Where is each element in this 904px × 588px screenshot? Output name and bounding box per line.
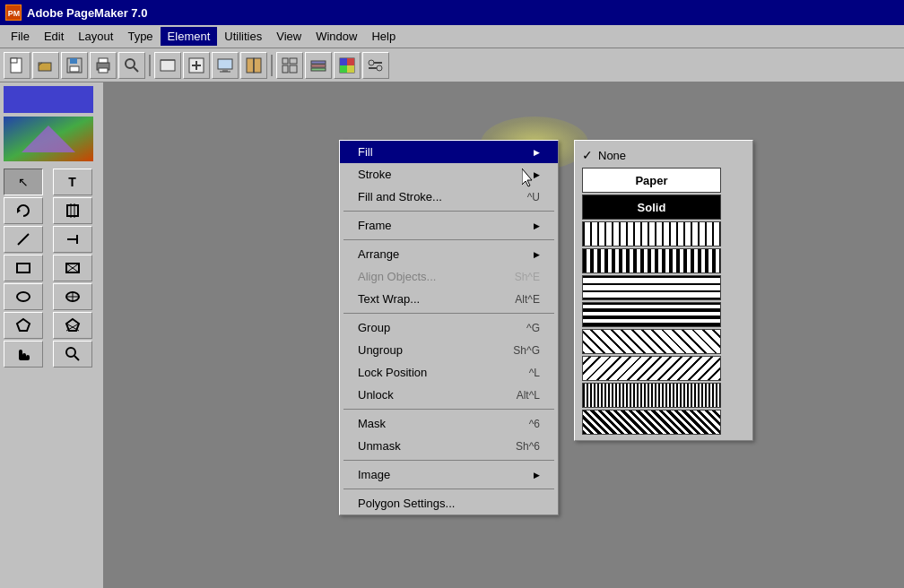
sep4: [343, 409, 554, 410]
fill-paper-label: Paper: [635, 174, 667, 187]
menu-type[interactable]: Type: [120, 27, 160, 46]
fill-swatch-paper[interactable]: Paper: [582, 168, 721, 193]
menu-entry-ungroup[interactable]: Ungroup Sh^G: [340, 339, 558, 361]
svg-rect-9: [99, 58, 108, 63]
svg-rect-28: [311, 61, 326, 64]
svg-rect-30: [311, 68, 326, 71]
ungroup-shortcut: Sh^G: [513, 344, 540, 357]
color-preview-img: [4, 117, 93, 161]
tool-text[interactable]: T: [53, 169, 92, 195]
app-icon: PM: [5, 4, 22, 21]
menu-file[interactable]: File: [4, 27, 37, 46]
menu-entry-image[interactable]: Image: [340, 463, 558, 486]
svg-rect-35: [347, 65, 354, 73]
tool-rect[interactable]: [4, 255, 43, 281]
toolbar-print[interactable]: [90, 52, 117, 79]
svg-rect-25: [290, 58, 297, 64]
lock-position-label: Lock Position: [358, 366, 427, 379]
toolbar-open[interactable]: [32, 52, 59, 79]
menu-help[interactable]: Help: [364, 27, 403, 46]
fill-none-row[interactable]: ✓ None: [575, 144, 752, 166]
tool-grid: ↖ T: [4, 169, 100, 368]
menu-entry-arrange[interactable]: Arrange: [340, 243, 558, 265]
toolbar-monitor[interactable]: [212, 52, 239, 79]
menu-edit[interactable]: Edit: [37, 27, 71, 46]
tool-rect-frame[interactable]: [53, 255, 92, 281]
tool-polygon[interactable]: [4, 312, 43, 339]
fill-swatch-pattern8[interactable]: [582, 410, 721, 435]
svg-rect-29: [311, 65, 326, 67]
fill-none-check: ✓: [582, 148, 596, 162]
tool-ellipse-frame[interactable]: [53, 283, 92, 310]
toolbar-layers[interactable]: [305, 52, 332, 79]
toolbar-new[interactable]: [4, 52, 30, 79]
menu-entry-stroke[interactable]: Stroke: [340, 163, 558, 186]
align-shortcut: Sh^E: [515, 271, 540, 283]
svg-rect-49: [17, 264, 30, 272]
tool-constrained-line[interactable]: [53, 226, 92, 253]
menu-entry-text-wrap[interactable]: Text Wrap... Alt^E: [340, 288, 558, 310]
fill-swatch-pattern4[interactable]: [582, 302, 721, 327]
group-shortcut: ^G: [526, 322, 540, 334]
svg-rect-33: [347, 58, 354, 65]
toolbar-grid[interactable]: [276, 52, 303, 79]
toolbar-book[interactable]: [240, 52, 267, 79]
fill-swatch-pattern3[interactable]: [582, 275, 721, 300]
svg-line-46: [18, 234, 29, 245]
toolbar-save[interactable]: [61, 52, 88, 79]
mask-shortcut: ^6: [529, 418, 540, 430]
tool-zoom[interactable]: [53, 341, 92, 368]
stroke-label: Stroke: [358, 168, 392, 181]
menu-entry-fill-stroke[interactable]: Fill and Stroke... ^U: [340, 186, 558, 208]
menu-layout[interactable]: Layout: [71, 27, 120, 46]
toolbar-zoom-out[interactable]: [154, 52, 181, 79]
polygon-label: Polygon Settings...: [358, 497, 455, 510]
toolbar-zoom-in[interactable]: [183, 52, 210, 79]
sep6: [343, 489, 554, 489]
menu-entry-unlock[interactable]: Unlock Alt^L: [340, 384, 558, 406]
fill-swatch-pattern6[interactable]: [582, 356, 721, 381]
toolbar-search[interactable]: [118, 52, 145, 79]
fill-swatch-pattern2[interactable]: [582, 248, 721, 273]
toolbar-color[interactable]: [334, 52, 361, 79]
unlock-shortcut: Alt^L: [517, 389, 540, 402]
menu-entry-fill[interactable]: Fill: [340, 141, 558, 163]
svg-rect-26: [282, 65, 288, 73]
toolbar-sep1: [149, 55, 151, 76]
menu-utilities[interactable]: Utilities: [217, 27, 269, 46]
tool-pointer[interactable]: ↖: [4, 169, 43, 195]
svg-point-61: [66, 348, 75, 357]
tool-grabber[interactable]: [4, 341, 43, 368]
menu-bar: File Edit Layout Type Element Utilities …: [0, 25, 904, 48]
tool-rotate[interactable]: [4, 197, 43, 224]
tool-line[interactable]: [4, 226, 43, 253]
svg-point-36: [369, 60, 374, 65]
menu-entry-mask[interactable]: Mask ^6: [340, 412, 558, 435]
image-label: Image: [358, 468, 390, 481]
menu-entry-polygon[interactable]: Polygon Settings...: [340, 492, 558, 514]
tool-polygon-frame[interactable]: [53, 312, 92, 339]
menu-entry-frame[interactable]: Frame: [340, 214, 558, 237]
unlock-label: Unlock: [358, 388, 394, 402]
menu-entry-group[interactable]: Group ^G: [340, 316, 558, 339]
menu-view[interactable]: View: [269, 27, 309, 46]
svg-rect-24: [282, 58, 288, 64]
toolbar-control[interactable]: [362, 52, 389, 79]
sep1: [343, 211, 554, 212]
menu-entry-align: Align Objects... Sh^E: [340, 265, 558, 288]
align-label: Align Objects...: [358, 270, 436, 283]
tool-ellipse[interactable]: [4, 283, 43, 310]
tool-crop[interactable]: [53, 197, 92, 224]
menu-element[interactable]: Element: [161, 27, 218, 46]
fill-swatch-pattern5[interactable]: [582, 329, 721, 354]
text-wrap-label: Text Wrap...: [358, 292, 420, 306]
menu-entry-lock-position[interactable]: Lock Position ^L: [340, 361, 558, 384]
fill-swatch-solid[interactable]: Solid: [582, 195, 721, 220]
fill-swatch-pattern1[interactable]: [582, 221, 721, 246]
menu-window[interactable]: Window: [309, 27, 364, 46]
svg-rect-32: [340, 58, 347, 65]
canvas-area: Fill Stroke Fill and Stroke... ^U Frame …: [104, 82, 904, 588]
fill-swatch-pattern7[interactable]: [582, 383, 721, 408]
menu-entry-unmask[interactable]: Unmask Sh^6: [340, 435, 558, 457]
svg-rect-6: [70, 58, 77, 64]
